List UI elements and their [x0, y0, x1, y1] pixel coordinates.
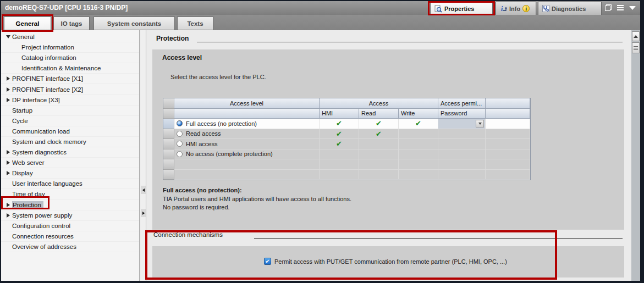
row-selector-cell[interactable]	[163, 119, 174, 129]
sidebar-item-label: Cycle	[12, 118, 28, 124]
window-title: demoREQ-S7-UDP [CPU 1516-3 PN/DP]	[5, 1, 128, 15]
info-icon: i	[500, 5, 507, 12]
sidebar-item-label: Communication load	[12, 128, 70, 135]
col-header-spacer	[486, 98, 530, 109]
password-cell[interactable]	[438, 149, 486, 160]
row-selector-cell[interactable]	[163, 170, 174, 180]
tab-general[interactable]: General	[4, 16, 51, 30]
access-level-option-label: HMI access	[186, 141, 217, 147]
scroll-up-button[interactable]	[632, 31, 640, 41]
empty-cell	[399, 149, 438, 160]
col-header-access: Access	[320, 98, 438, 109]
sidebar-item-label: General	[12, 34, 35, 40]
section-title-protection: Protection	[156, 35, 189, 42]
chevron-down-icon	[478, 123, 482, 125]
expand-pane-button[interactable]	[141, 209, 146, 217]
tab-texts[interactable]: Texts	[177, 16, 213, 30]
sidebar-item-label: Identification & Maintenance	[21, 65, 101, 71]
empty-cell	[399, 139, 438, 149]
password-dropdown-button[interactable]	[476, 120, 484, 127]
tab-properties[interactable]: Properties	[430, 2, 493, 15]
sidebar-item-communication-load[interactable]: Communication load	[1, 126, 139, 137]
sidebar-item-cycle[interactable]: Cycle	[1, 116, 139, 126]
access-level-option[interactable]: Read access	[174, 129, 320, 140]
pane-splitter[interactable]	[140, 30, 146, 281]
restore-window-icon[interactable]	[605, 4, 612, 11]
access-level-option[interactable]: Full access (no protection)	[174, 119, 320, 129]
empty-cell	[359, 139, 399, 149]
sidebar-item-web-server[interactable]: Web server	[1, 158, 139, 168]
tree-expanded-icon	[4, 35, 12, 38]
sidebar-item-protection[interactable]: Protection	[1, 200, 139, 210]
sidebar-item-overview-of-addresses[interactable]: Overview of addresses	[1, 242, 139, 252]
putget-checkbox[interactable]: ✔	[264, 258, 271, 265]
sidebar-item-label: Startup	[12, 107, 32, 114]
access-level-radio[interactable]	[177, 151, 183, 157]
tab-info-label: Info	[509, 5, 520, 12]
spacer-cell	[486, 159, 530, 170]
access-granted-check-icon: ✔	[320, 129, 359, 140]
sidebar-item-user-interface-languages[interactable]: User interface languages	[1, 179, 139, 189]
sidebar-item-label: User interface languages	[12, 180, 82, 187]
empty-cell	[399, 129, 438, 140]
sidebar-item-catalog-information[interactable]: Catalog information	[1, 53, 139, 63]
password-cell[interactable]	[438, 119, 486, 129]
sub-header-password: Password	[438, 109, 486, 119]
sidebar-item-time-of-day[interactable]: Time of day	[1, 189, 139, 199]
putget-checkbox-label: Permit access with PUT/GET communication…	[274, 258, 507, 265]
sidebar-item-label: Catalog information	[21, 54, 76, 61]
main-panel: Protection Access level Select the acces…	[146, 30, 631, 281]
sidebar-item-system-power-supply[interactable]: System power supply	[1, 210, 139, 221]
window-controls	[605, 4, 636, 11]
sidebar-item-startup[interactable]: Startup	[1, 106, 139, 116]
tab-io-tags[interactable]: IO tags	[53, 16, 90, 30]
properties-window: demoREQ-S7-UDP [CPU 1516-3 PN/DP] Proper…	[1, 1, 640, 281]
access-level-radio[interactable]	[177, 120, 183, 126]
sidebar-item-profinet-interface-x2[interactable]: PROFINET interface [X2]	[1, 84, 139, 95]
row-selector-cell[interactable]	[163, 139, 174, 149]
vertical-scrollbar[interactable]	[631, 30, 640, 281]
sub-header-spacer	[486, 109, 530, 119]
row-selector-cell[interactable]	[163, 149, 174, 160]
access-granted-check-icon: ✔	[359, 119, 399, 129]
tab-info[interactable]: i Info i	[496, 2, 536, 15]
sidebar-item-label: Web server	[12, 159, 45, 166]
sidebar-item-connection-resources[interactable]: Connection resources	[1, 231, 139, 242]
sidebar-item-display[interactable]: Display	[1, 168, 139, 179]
sidebar-item-system-and-clock-memory[interactable]: System and clock memory	[1, 137, 139, 147]
chevron-down-icon[interactable]	[629, 6, 636, 10]
sidebar-item-project-information[interactable]: Project information	[1, 42, 139, 53]
access-level-option[interactable]: HMI access	[174, 139, 320, 149]
sidebar-item-system-diagnostics[interactable]: System diagnostics	[1, 147, 139, 158]
row-selector-cell[interactable]	[163, 129, 174, 140]
navigation-tree: GeneralProject informationCatalog inform…	[1, 30, 140, 281]
row-selector-cell[interactable]	[163, 159, 174, 170]
access-level-option-label: Full access (no protection)	[186, 120, 257, 127]
table-corner-cell	[163, 109, 174, 119]
sidebar-item-identification-maintenance[interactable]: Identification & Maintenance	[1, 63, 139, 74]
collapse-pane-button[interactable]	[141, 186, 146, 194]
password-cell[interactable]	[438, 139, 486, 149]
sub-header-hmi: HMI	[320, 109, 359, 119]
sidebar-item-label: Display	[12, 170, 33, 176]
access-level-radio[interactable]	[177, 131, 183, 137]
sidebar-item-general[interactable]: General	[1, 32, 139, 42]
sub-header-read: Read	[359, 109, 399, 119]
window-menu-icon[interactable]	[617, 5, 624, 10]
access-level-option[interactable]: No access (complete protection)	[174, 149, 320, 160]
tab-diagnostics[interactable]: Diagnostics	[538, 2, 602, 15]
password-cell[interactable]	[438, 129, 486, 140]
property-tab-strip: GeneralIO tagsSystem constantsTexts	[1, 15, 640, 30]
tab-system-constants[interactable]: System constants	[93, 16, 175, 30]
col-header-access-level: Access level	[174, 98, 320, 109]
tree-collapsed-icon	[4, 160, 12, 165]
tree-collapsed-icon	[4, 98, 12, 102]
empty-cell	[320, 149, 359, 160]
scrollbar-thumb[interactable]	[632, 42, 640, 53]
connection-mechanisms-section: ✔ Permit access with PUT/GET communicati…	[152, 246, 624, 278]
sidebar-item-profinet-interface-x1[interactable]: PROFINET interface [X1]	[1, 74, 139, 84]
access-description-line2: No password is required.	[163, 204, 230, 210]
sidebar-item-dp-interface-x3[interactable]: DP interface [X3]	[1, 95, 139, 106]
access-level-radio[interactable]	[177, 141, 183, 147]
sidebar-item-configuration-control[interactable]: Configuration control	[1, 221, 139, 231]
